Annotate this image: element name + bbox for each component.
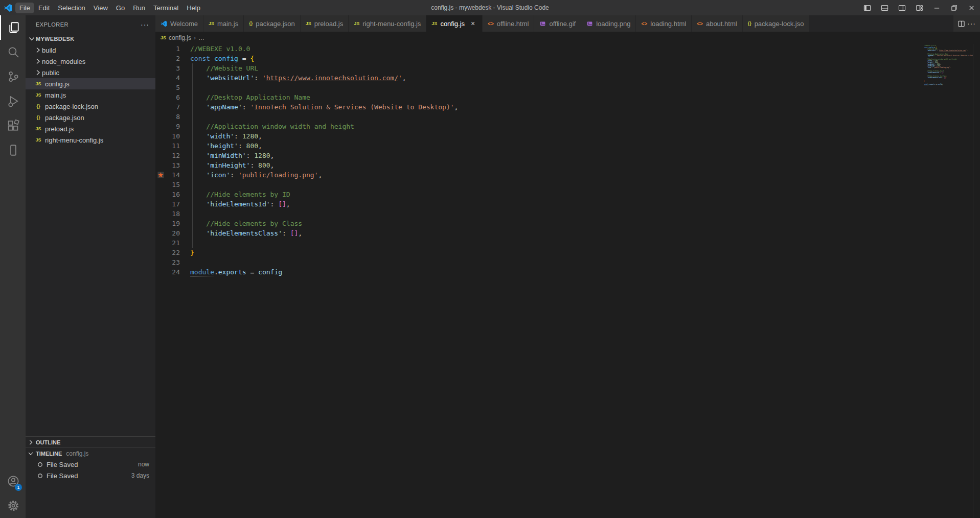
split-editor-icon[interactable] (958, 20, 965, 28)
code-line[interactable]: 10 'width': 1280, (155, 131, 980, 141)
code-line[interactable]: 4 'websiteUrl': 'https://www.innotechsol… (155, 73, 980, 83)
tree-root-mywebdesk[interactable]: MYWEBDESK (26, 33, 155, 44)
menu-selection[interactable]: Selection (54, 3, 89, 13)
tab-offline-gif[interactable]: offline.gif (534, 15, 581, 32)
timeline-item[interactable]: File Saved3 days (26, 470, 155, 481)
code-line[interactable]: 20 'hideElementsClass': [], (155, 228, 980, 238)
tab-package-json[interactable]: {}package.json (244, 15, 301, 32)
code-line[interactable]: 14 'icon': 'public/loading.png', (155, 170, 980, 180)
code-line[interactable]: 18 (155, 209, 980, 219)
line-number[interactable]: 11 (166, 141, 180, 151)
menu-terminal[interactable]: Terminal (149, 3, 183, 13)
line-number[interactable]: 10 (166, 131, 180, 141)
line-number[interactable]: 21 (166, 238, 180, 248)
line-number[interactable]: 16 (166, 190, 180, 199)
line-number[interactable]: 7 (166, 102, 180, 112)
line-number[interactable]: 13 (166, 160, 180, 170)
menu-view[interactable]: View (89, 3, 112, 13)
tab-welcome[interactable]: Welcome (155, 15, 203, 32)
activitybar-search[interactable] (0, 40, 26, 64)
line-number[interactable]: 17 (166, 199, 180, 209)
activitybar-settings[interactable] (0, 493, 26, 518)
line-number[interactable]: 12 (166, 151, 180, 160)
code-line[interactable]: 15 (155, 180, 980, 190)
tab-right-menu-config-js[interactable]: JSright-menu-config.js (349, 15, 426, 32)
menu-file[interactable]: File (15, 3, 34, 13)
tab-about-html[interactable]: <>about.html (692, 15, 742, 32)
line-number[interactable]: 2 (166, 54, 180, 63)
code-line[interactable]: 5 (155, 83, 980, 92)
tab-package-lock-jso[interactable]: {}package-lock.jso (743, 15, 810, 32)
code-line[interactable]: 11 'height': 800, (155, 141, 980, 151)
tab-loading-html[interactable]: <>loading.html (636, 15, 692, 32)
menu-help[interactable]: Help (183, 3, 204, 13)
menu-edit[interactable]: Edit (34, 3, 54, 13)
line-number[interactable]: 15 (166, 180, 180, 190)
breadcrumb-file[interactable]: config.js (169, 34, 191, 41)
tab-offline-html[interactable]: <>offline.html (483, 15, 534, 32)
code-line[interactable]: 3 //Website URL (155, 63, 980, 73)
sidebar-item-right-menu-config-js[interactable]: JSright-menu-config.js (26, 134, 155, 146)
code-line[interactable]: 22} (155, 248, 980, 257)
line-number[interactable]: 8 (166, 112, 180, 122)
code-line[interactable]: 24module.exports = config (155, 267, 980, 277)
activitybar-accounts[interactable]: 1 (0, 469, 26, 493)
code-line[interactable]: 19 //Hide elements by Class (155, 219, 980, 228)
code-line[interactable]: 21 (155, 238, 980, 248)
tab-close-button[interactable]: × (469, 19, 477, 28)
code-line[interactable]: 17 'hideElementsId': [], (155, 199, 980, 209)
line-number[interactable]: 14 (166, 170, 180, 180)
line-number[interactable]: 4 (166, 73, 180, 83)
line-number[interactable]: 6 (166, 92, 180, 102)
tab-config-js[interactable]: JSconfig.js× (426, 15, 483, 32)
editor-more-actions-button[interactable]: ··· (967, 19, 976, 28)
toggle-panel-button[interactable] (876, 0, 893, 15)
code-line[interactable]: 12 'minWidth': 1280, (155, 151, 980, 160)
sidebar-item-config-js[interactable]: JSconfig.js (26, 78, 155, 89)
code-line[interactable]: 6 //Desktop Application Name (155, 92, 980, 102)
code-line[interactable]: 23 (155, 257, 980, 267)
menu-run[interactable]: Run (129, 3, 149, 13)
sidebar-item-node-modules[interactable]: node_modules (26, 56, 155, 67)
activitybar-extensions[interactable] (0, 113, 26, 138)
tab-main-js[interactable]: JSmain.js (203, 15, 244, 32)
activitybar-source-control[interactable] (0, 64, 26, 89)
outline-section-header[interactable]: OUTLINE (26, 436, 155, 448)
code-editor[interactable]: 1//WEBEXE v1.0.02const config = {3 //Web… (155, 44, 980, 518)
line-number[interactable]: 19 (166, 219, 180, 228)
activitybar-explorer[interactable] (0, 15, 26, 40)
restore-button[interactable] (945, 0, 963, 15)
line-number[interactable]: 3 (166, 63, 180, 73)
line-number[interactable]: 20 (166, 228, 180, 238)
code-line[interactable]: 13 'minHeight': 800, (155, 160, 980, 170)
line-number[interactable]: 9 (166, 122, 180, 131)
breadcrumb-more[interactable]: … (198, 34, 204, 41)
line-number[interactable]: 23 (166, 257, 180, 267)
tab-preload-js[interactable]: JSpreload.js (301, 15, 349, 32)
timeline-section-header[interactable]: TIMELINE config.js (26, 448, 155, 459)
sidebar-item-public[interactable]: public (26, 67, 155, 78)
sidebar-item-main-js[interactable]: JSmain.js (26, 89, 155, 101)
sidebar-item-preload-js[interactable]: JSpreload.js (26, 123, 155, 134)
code-line[interactable]: 7 'appName': 'InnoTech Solution & Servic… (155, 102, 980, 112)
minimize-button[interactable] (928, 0, 945, 15)
tab-loading-png[interactable]: loading.png (581, 15, 636, 32)
toggle-sidebar-button[interactable] (858, 0, 876, 15)
code-line[interactable]: 9 //Application window width and height (155, 122, 980, 131)
code-line[interactable]: 1//WEBEXE v1.0.0 (155, 44, 980, 54)
sidebar-item-package-json[interactable]: {}package.json (26, 112, 155, 123)
code-line[interactable]: 16 //Hide elements by ID (155, 190, 980, 199)
explorer-more-actions-button[interactable]: ··· (141, 20, 149, 29)
sidebar-item-package-lock-json[interactable]: {}package-lock.json (26, 101, 155, 112)
sidebar-item-build[interactable]: build (26, 44, 155, 56)
line-number[interactable]: 18 (166, 209, 180, 219)
line-number[interactable]: 22 (166, 248, 180, 257)
minimap[interactable]: //WEBEXE v1.0.0const config = { //Websit… (924, 45, 973, 147)
timeline-item[interactable]: File Savednow (26, 459, 155, 470)
toggle-secondary-sidebar-button[interactable] (893, 0, 910, 15)
close-button[interactable] (963, 0, 980, 15)
activitybar-run-and-debug[interactable] (0, 89, 26, 113)
code-line[interactable]: 2const config = { (155, 54, 980, 63)
editor-scrollbar[interactable] (973, 44, 980, 518)
activitybar-mobile-view[interactable] (0, 138, 26, 162)
